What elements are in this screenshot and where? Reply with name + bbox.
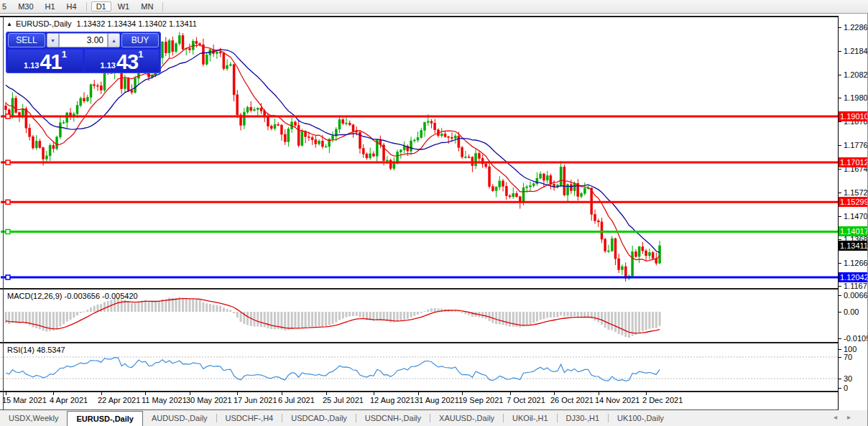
- date-axis-tick: [646, 392, 647, 395]
- date-axis-tick: [374, 392, 374, 395]
- date-axis-tick: [599, 392, 599, 395]
- price-axis-label: 1.20820: [844, 70, 868, 79]
- level-price-tag: 1.12042: [839, 272, 868, 282]
- timeframe-button-5[interactable]: 5: [0, 1, 11, 11]
- level-price-tag: 1.19010: [839, 111, 868, 121]
- date-axis-tick: [282, 392, 282, 395]
- price-axis-tick: [839, 51, 841, 52]
- date-axis-tick: [145, 392, 146, 395]
- rsi-axis-tick: [839, 357, 841, 358]
- date-axis-tick: [53, 392, 54, 395]
- chart-tab-eurusd-daily[interactable]: EURUSD-,Daily: [67, 411, 142, 426]
- macd-axis-tick: [839, 312, 841, 312]
- price-axis-label: 1.12660: [844, 259, 868, 267]
- price-axis-tick: [839, 239, 841, 240]
- date-axis-label: 12 Aug 2021: [370, 396, 415, 404]
- level-price-tag: 1.17012: [839, 157, 868, 167]
- timeframe-button-m30[interactable]: M30: [13, 1, 38, 11]
- sell-button[interactable]: SELL: [8, 33, 45, 47]
- chart-tab-audusd-daily[interactable]: AUDUSD-,Daily: [143, 410, 216, 426]
- chart-symbol-label: EURUSD-,Daily: [16, 19, 72, 28]
- buy-button[interactable]: BUY: [121, 33, 159, 47]
- timeframe-button-h1[interactable]: H1: [40, 1, 60, 11]
- mt4-window: 5M30H1H4D1W1MN ▲EURUSD-,Daily1.13432 1.1…: [0, 0, 868, 426]
- level-price-tag: 1.15299: [839, 197, 868, 207]
- price-axis-tick: [839, 121, 841, 122]
- macd-axis-label: 0.006611: [844, 291, 868, 300]
- sell-price-prefix: 1.13: [24, 60, 39, 71]
- price-axis-label: 1.15720: [844, 188, 868, 197]
- price-axis-tick: [839, 98, 841, 98]
- tab-scroll-arrows[interactable]: ◂▸: [834, 413, 861, 421]
- macd-axis-label: -0.010595: [844, 334, 868, 343]
- volume-input[interactable]: 3.00: [59, 33, 108, 47]
- rsi-chart-canvas[interactable]: [0, 343, 838, 391]
- price-axis-label: 1.19800: [844, 93, 868, 102]
- date-axis-label: 15 Mar 2021: [2, 396, 47, 404]
- date-axis-label: 6 Jul 2021: [278, 396, 315, 404]
- rsi-axis-tick: [839, 379, 841, 379]
- price-axis-tick: [839, 27, 841, 28]
- chart-tab-xauusd-daily[interactable]: XAUUSD-,Daily: [430, 410, 503, 426]
- chart-tab-usdx-weekly[interactable]: USDX,Weekly: [0, 410, 67, 426]
- price-axis-tick: [839, 145, 841, 146]
- date-axis-tick: [554, 392, 555, 395]
- chart-top-border: [0, 16, 868, 17]
- timeframe-toolbar: 5M30H1H4D1W1MN: [0, 0, 868, 14]
- timeframe-button-mn[interactable]: MN: [136, 1, 158, 11]
- date-axis-tick: [190, 392, 190, 395]
- collapse-arrow-icon[interactable]: ▲: [6, 21, 12, 27]
- buy-price-main: 43: [116, 52, 138, 71]
- timeframe-button-d1[interactable]: D1: [91, 1, 111, 11]
- date-axis-label: 30 May 2021: [186, 396, 232, 404]
- timeframe-button-h4[interactable]: H4: [62, 1, 82, 11]
- date-axis-label: 17 Jun 2021: [234, 396, 277, 404]
- volume-decrease-button[interactable]: ▼: [47, 33, 59, 47]
- window-left-border: [3, 17, 4, 410]
- rsi-axis-label: 30: [844, 374, 852, 383]
- chart-tab-usdchf-h4[interactable]: USDCHF-,H4: [217, 410, 282, 426]
- date-axis-label: 4 Apr 2021: [50, 396, 88, 404]
- date-axis-label: 2 Dec 2021: [642, 396, 683, 404]
- date-axis: 15 Mar 20214 Apr 202122 Apr 202111 May 2…: [0, 392, 838, 409]
- price-axis-tick: [839, 263, 841, 264]
- price-axis-label: 1.22860: [844, 23, 868, 32]
- date-axis-label: 7 Oct 2021: [507, 396, 545, 404]
- date-axis-label: 14 Nov 2021: [595, 396, 640, 404]
- date-axis-label: 11 May 2021: [142, 396, 187, 404]
- sell-price-main: 41: [40, 52, 61, 71]
- timeframe-button-w1[interactable]: W1: [113, 1, 135, 11]
- sell-price-pip: 1: [62, 50, 67, 59]
- date-axis-tick: [237, 392, 238, 395]
- chart-header: ▲EURUSD-,Daily1.13432 1.13434 1.13402 1.…: [6, 19, 197, 28]
- sell-price-button[interactable]: 1.13411: [8, 50, 83, 72]
- macd-axis-label: 0.00: [844, 307, 859, 316]
- price-axis-tick: [839, 193, 841, 193]
- price-axis-tick: [839, 286, 841, 287]
- macd-axis-tick: [839, 295, 841, 296]
- chart-ohlc-values: 1.13432 1.13434 1.13402 1.13411: [77, 19, 197, 28]
- buy-price-prefix: 1.13: [101, 60, 116, 71]
- rsi-axis-tick: [839, 388, 841, 389]
- price-axis-tick: [839, 216, 841, 217]
- chart-tab-uk100-daily[interactable]: UK100-,Daily: [609, 410, 673, 426]
- macd-axis-tick: [839, 338, 841, 339]
- chart-tab-ukoil-h1[interactable]: UKOil-,H1: [504, 410, 557, 426]
- toolbar-separator: [86, 2, 87, 11]
- buy-price-button[interactable]: 1.13431: [85, 50, 159, 72]
- date-axis-tick: [326, 392, 327, 395]
- date-axis-label: 31 Aug 2021: [415, 396, 459, 404]
- rsi-label: RSI(14) 48.5347: [7, 346, 65, 354]
- volume-increase-button[interactable]: ▲: [108, 33, 120, 47]
- date-axis-label: 22 Apr 2021: [98, 396, 140, 404]
- macd-label: MACD(12,26,9) -0.003656 -0.005420: [7, 292, 138, 300]
- price-axis-label: 1.11670: [844, 282, 868, 290]
- date-axis-label: 26 Oct 2021: [550, 396, 594, 404]
- chart-tab-usdcad-daily[interactable]: USDCAD-,Daily: [282, 410, 356, 426]
- buy-price-pip: 1: [138, 50, 143, 59]
- chart-tab-usdcnh-daily[interactable]: USDCNH-,Daily: [356, 410, 430, 426]
- chart-tab-dj30-h1[interactable]: DJ30-,H1: [558, 410, 608, 426]
- level-price-tag: 1.14017: [839, 226, 868, 236]
- chart-tab-bar: USDX,WeeklyEURUSD-,DailyAUDUSD-,DailyUSD…: [0, 410, 868, 426]
- price-axis: 1.228601.218401.208201.198001.187801.177…: [839, 16, 868, 410]
